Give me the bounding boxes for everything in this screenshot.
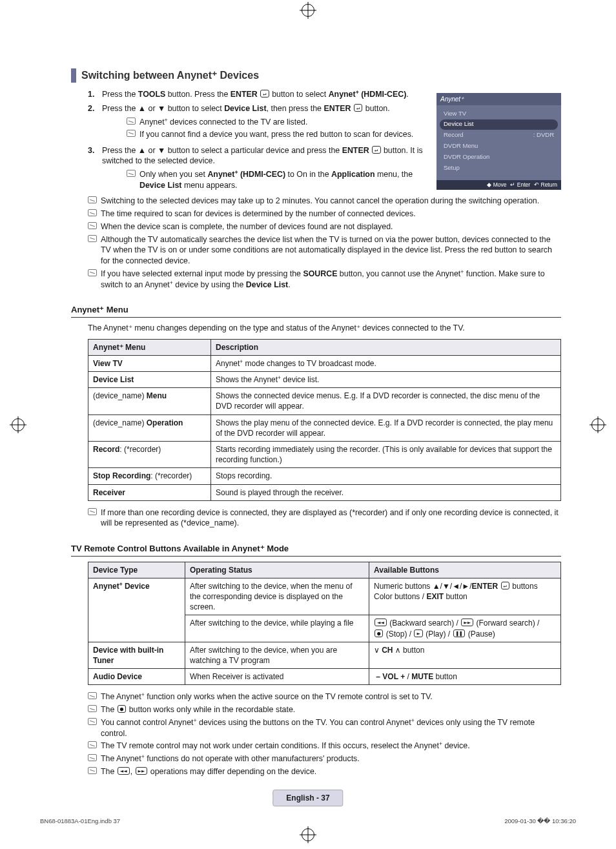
table-cell: After switching to the device, while pla… [185,615,369,642]
registration-mark-left [12,418,25,431]
table-cell: When Receiver is activated [185,669,369,685]
note-item: Only when you set Anynet+ (HDMI-CEC) to … [127,169,430,190]
note-icon [88,235,97,242]
table-cell: Anynet+ mode changes to TV broadcast mod… [211,355,561,371]
menu-note-item: If more than one recording device is con… [88,507,561,529]
note-icon [88,209,97,216]
osd-title: Anynet⁺ [436,93,561,106]
table-row: Audio DeviceWhen Receiver is activated –… [88,669,561,685]
note-icon [88,767,97,774]
note-item: The Anynet+ function only works when the… [88,691,561,702]
remote-buttons-table: Device TypeOperating StatusAvailable But… [88,562,561,686]
note-icon [127,130,136,137]
table-header: Description [211,339,561,355]
note-icon [88,692,97,699]
registration-mark-right [591,418,604,431]
note-icon [127,118,136,125]
table-cell: (device_name) Operation [88,414,211,441]
table-cell: Shows the Anynet+ device list. [211,372,561,388]
table-cell: Record: (*recorder) [88,441,211,467]
table-cell: Sound is played through the receiver. [211,484,561,500]
step-subnotes: Anynet+ devices connected to the TV are … [127,117,430,139]
table-cell: Numeric buttons ▲/▼/◄/►/ENTER ↵ buttonsC… [369,578,561,615]
section-heading: Switching between Anynet⁺ Devices [71,68,561,83]
osd-row: DVDR Menu [440,141,558,152]
step-subnotes: Only when you set Anynet+ (HDMI-CEC) to … [127,169,430,190]
table-cell: View TV [88,355,211,371]
table-row: View TVAnynet+ mode changes to TV broadc… [88,355,561,371]
table-cell: Anynet+ Device [88,578,185,642]
footer-filename: BN68-01883A-01Eng.indb 37 [40,817,120,826]
menu-intro-text: The Anynet⁺ menu changes depending on th… [88,323,561,334]
osd-row: DVDR Operation [440,152,558,162]
step-item: 2.Press the ▲ or ▼ button to select Devi… [88,103,430,139]
table-header: Operating Status [185,562,369,578]
note-icon [88,718,97,725]
manual-page: Switching between Anynet⁺ Devices Anynet… [0,0,616,849]
subheading-remote-buttons: TV Remote Control Buttons Available in A… [71,543,561,557]
table-row: (device_name) OperationShows the play me… [88,414,561,441]
table-cell: Audio Device [88,669,185,685]
table-cell: Receiver [88,484,211,500]
osd-foot-key: ↶ Return [534,181,557,188]
osd-foot-key: ◆ Move [487,181,506,188]
note-item: If you have selected external input mode… [88,269,561,290]
note-item: The ◄◄, ►► operations may differ dependi… [88,766,561,777]
table-row: Device with built-in TunerAfter switchin… [88,642,561,668]
table-header: Available Buttons [369,562,561,578]
step-number: 3. [88,145,94,156]
note-item: Anynet+ devices connected to the TV are … [127,117,430,128]
note-item: Although the TV automatically searches t… [88,234,561,267]
table-cell: Shows the connected device menus. E.g. I… [211,388,561,414]
menu-note-text: If more than one recording device is con… [101,508,559,528]
osd-foot-key: ↵ Enter [510,181,530,188]
registration-mark-top [302,4,314,17]
step-number: 1. [88,89,94,100]
anynet-menu-table: Anynet⁺ MenuDescriptionView TVAnynet+ mo… [88,339,561,501]
table-cell: After switching to the device, when the … [185,578,369,615]
osd-row: Device List [440,119,558,130]
table-cell: ∨ CH ∧ button [369,642,561,668]
note-item: Switching to the selected devices may ta… [88,196,561,207]
note-item: You cannot control Anynet+ devices using… [88,717,561,739]
osd-row: View TV [440,108,558,119]
note-icon [88,705,97,712]
note-icon [88,741,97,748]
table-cell: – VOL + / MUTE button [369,669,561,685]
table-row: Record: (*recorder)Starts recording imme… [88,441,561,467]
table-header: Device Type [88,562,185,578]
table-cell: (device_name) Menu [88,388,211,414]
note-icon [88,222,97,229]
note-icon [88,754,97,761]
note-item: The TV remote control may not work under… [88,741,561,752]
page-language-number: English - 37 [272,790,343,806]
bottom-notes-list: The Anynet+ function only works when the… [88,691,561,777]
step-item: 1.Press the TOOLS button. Press the ENTE… [88,89,430,100]
table-row: (device_name) MenuShows the connected de… [88,388,561,414]
table-cell: Stops recording. [211,468,561,484]
steps-list: 1.Press the TOOLS button. Press the ENTE… [88,89,430,191]
note-item: If you cannot find a device you want, pr… [127,129,430,140]
table-header: Anynet⁺ Menu [88,339,211,355]
table-cell: Device with built-in Tuner [88,642,185,668]
menu-note-list: If more than one recording device is con… [88,507,561,529]
osd-screenshot: Anynet⁺ View TVDevice ListRecord: DVDRDV… [436,93,561,190]
section-notes-list: Switching to the selected devices may ta… [88,196,561,290]
note-item: The ● button works only while in the rec… [88,704,561,715]
content-area: Switching between Anynet⁺ Devices Anynet… [71,68,561,777]
note-item: When the device scan is complete, the nu… [88,221,561,232]
note-icon [88,508,97,515]
table-cell: Starts recording immediately using the r… [211,441,561,467]
table-row: ReceiverSound is played through the rece… [88,484,561,500]
osd-row: Setup [440,163,558,173]
note-icon [127,170,136,177]
table-cell: Device List [88,372,211,388]
table-cell: Shows the play menu of the connected dev… [211,414,561,441]
subheading-anynet-menu: Anynet⁺ Menu [71,304,561,318]
footer-timestamp: 2009-01-30 �� 10:36:20 [504,817,576,826]
table-cell: Stop Recording: (*recorder) [88,468,211,484]
osd-footer: ◆ Move↵ Enter↶ Return [436,180,561,190]
registration-mark-bottom [302,828,314,841]
table-cell: After switching to the device, when you … [185,642,369,668]
osd-row: Record: DVDR [440,130,558,141]
